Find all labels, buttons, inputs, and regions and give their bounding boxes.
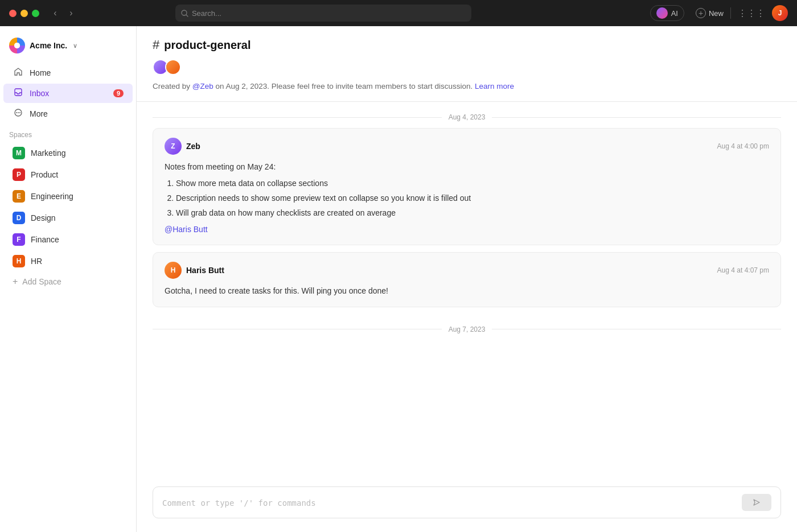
close-button[interactable] [9, 10, 17, 17]
inbox-badge: 9 [113, 89, 124, 97]
message-header-zeb: Z Zeb Aug 4 at 4:00 pm [165, 138, 769, 155]
mention-haris[interactable]: @Haris Butt [165, 225, 208, 234]
date-label-aug4: Aug 4, 2023 [449, 113, 486, 121]
msg-body-zeb: Notes from meeting on May 24: Show more … [165, 160, 769, 236]
msg-time-zeb: Aug 4 at 4:00 pm [717, 142, 769, 150]
svg-line-1 [186, 15, 188, 17]
nav-home[interactable]: Home [3, 63, 133, 83]
sidebar-item-marketing[interactable]: M Marketing [3, 143, 133, 163]
comment-box [153, 486, 781, 518]
minimize-button[interactable] [20, 10, 28, 17]
add-space-button[interactable]: + Add Space [3, 273, 133, 291]
sidebar-item-product[interactable]: P Product [3, 164, 133, 185]
grid-icon[interactable]: ⋮⋮⋮ [738, 8, 765, 19]
ai-orb-icon [656, 7, 668, 19]
svg-point-4 [16, 112, 17, 113]
design-badge-icon: D [13, 212, 25, 224]
learn-more-link[interactable]: Learn more [475, 82, 514, 90]
search-icon [181, 10, 188, 17]
svg-rect-2 [15, 89, 22, 96]
nav-inbox[interactable]: Inbox 9 [3, 84, 133, 103]
add-space-label: Add Space [22, 277, 61, 286]
msg-time-haris: Aug 4 at 4:07 pm [717, 266, 769, 274]
avatar-haris: H [165, 262, 182, 279]
list-item-2: Description needs to show some preview t… [176, 192, 769, 204]
sidebar-item-design[interactable]: D Design [3, 208, 133, 228]
sidebar-item-hr[interactable]: H HR [3, 251, 133, 271]
nav-more-label: More [30, 109, 48, 118]
message-author-zeb: Z Zeb [165, 138, 200, 155]
channel-desc-middle: on Aug 2, 2023. Please feel free to invi… [213, 82, 475, 90]
finance-label: Finance [31, 235, 59, 244]
inbox-icon [13, 88, 24, 99]
msg-body-haris: Gotcha, I need to create tasks for this.… [165, 284, 769, 297]
marketing-label: Marketing [31, 149, 65, 158]
topbar-right: + New ⋮⋮⋮ J [696, 5, 788, 21]
member-avatars [153, 59, 181, 75]
date-label-aug7: Aug 7, 2023 [449, 325, 486, 333]
avatar-zeb: Z [165, 138, 182, 155]
channel-name: product-general [164, 39, 250, 52]
workspace-name: Acme Inc. [30, 41, 67, 50]
svg-point-6 [19, 112, 20, 113]
author-name-zeb: Zeb [186, 142, 200, 151]
list-item-3: Will grab data on how many checklists ar… [176, 207, 769, 219]
author-name-haris: Haris Butt [186, 266, 224, 275]
sidebar-item-finance[interactable]: F Finance [3, 229, 133, 250]
search-bar[interactable]: Search... [175, 5, 471, 22]
message-card-haris: H Haris Butt Aug 4 at 4:07 pm Gotcha, I … [153, 252, 781, 307]
main-content: # product-general Created by @Zeb on Aug… [137, 26, 797, 532]
window-controls [9, 10, 39, 17]
more-icon [13, 108, 24, 119]
send-icon [752, 498, 761, 507]
msg-body-text-haris: Gotcha, I need to create tasks for this.… [165, 284, 769, 297]
comment-input[interactable] [162, 497, 742, 511]
sidebar: Acme Inc. ∨ Home Inbox 9 [0, 26, 137, 532]
product-label: Product [31, 170, 58, 179]
nav-more[interactable]: More [3, 104, 133, 123]
marketing-badge-icon: M [13, 147, 25, 159]
channel-description: Created by @Zeb on Aug 2, 2023. Please f… [153, 81, 781, 92]
spaces-header: Spaces [0, 124, 136, 142]
nav-arrows: ‹ › [48, 6, 78, 20]
message-card-zeb: Z Zeb Aug 4 at 4:00 pm Notes from meetin… [153, 128, 781, 245]
search-placeholder: Search... [192, 9, 221, 18]
message-header-haris: H Haris Butt Aug 4 at 4:07 pm [165, 262, 769, 279]
channel-desc-prefix: Created by [153, 82, 192, 90]
finance-badge-icon: F [13, 233, 25, 246]
main-layout: Acme Inc. ∨ Home Inbox 9 [0, 26, 797, 532]
hash-icon: # [153, 38, 159, 52]
design-label: Design [31, 213, 56, 222]
workspace-header[interactable]: Acme Inc. ∨ [0, 35, 136, 63]
date-line-left [153, 117, 442, 118]
new-label: New [709, 9, 724, 18]
new-button[interactable]: + New [696, 8, 724, 18]
hr-label: HR [31, 257, 42, 266]
workspace-chevron-icon: ∨ [73, 42, 77, 50]
date-line-left-aug7 [153, 329, 442, 329]
back-button[interactable]: ‹ [48, 6, 62, 20]
svg-point-5 [18, 112, 19, 113]
member-avatar-haris [165, 59, 181, 75]
sidebar-item-engineering[interactable]: E Engineering [3, 186, 133, 207]
engineering-label: Engineering [31, 192, 73, 201]
topbar-divider [730, 7, 731, 19]
channel-header: # product-general Created by @Zeb on Aug… [137, 26, 797, 102]
msg-body-text-zeb: Notes from meeting on May 24: [165, 160, 769, 173]
msg-list-zeb: Show more meta data on collapse sections… [165, 177, 769, 220]
ai-label: AI [671, 9, 678, 18]
date-separator-aug4: Aug 4, 2023 [153, 102, 781, 128]
comment-area [137, 477, 797, 532]
forward-button[interactable]: › [64, 6, 78, 20]
channel-creator: @Zeb [192, 82, 213, 90]
home-icon [13, 67, 24, 79]
comment-send-button[interactable] [742, 494, 771, 511]
workspace-logo-icon [9, 38, 25, 53]
date-separator-aug7: Aug 7, 2023 [153, 314, 781, 340]
maximize-button[interactable] [32, 10, 39, 17]
product-badge-icon: P [13, 168, 25, 181]
user-avatar[interactable]: J [772, 5, 788, 21]
ai-button[interactable]: AI [650, 5, 684, 21]
engineering-badge-icon: E [13, 190, 25, 203]
date-line-right [492, 117, 781, 118]
